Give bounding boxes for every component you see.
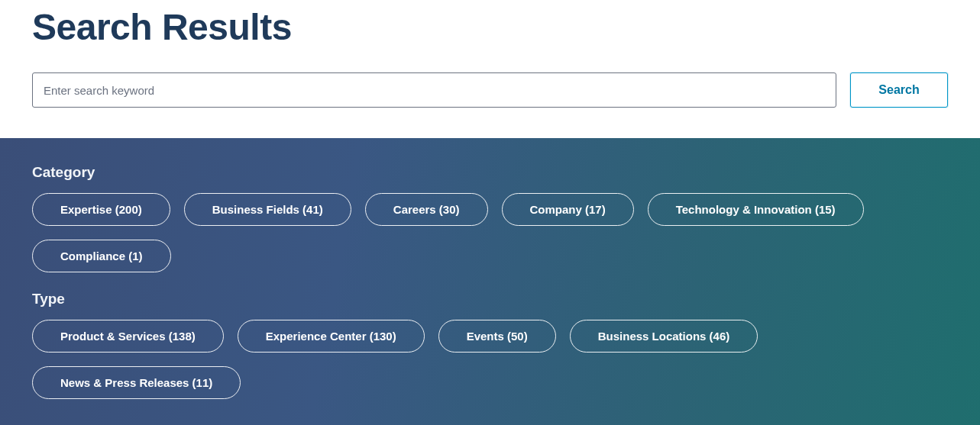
filter-pill-company[interactable]: Company (17) xyxy=(502,193,634,226)
filter-pill-events[interactable]: Events (50) xyxy=(438,320,556,353)
filter-pill-compliance[interactable]: Compliance (1) xyxy=(32,240,171,272)
filter-pill-business-fields[interactable]: Business Fields (41) xyxy=(184,193,351,226)
filter-pill-news-press-releases[interactable]: News & Press Releases (11) xyxy=(32,366,241,399)
filter-pill-technology-innovation[interactable]: Technology & Innovation (15) xyxy=(648,193,864,226)
filter-group-category: Category Expertise (200) Business Fields… xyxy=(32,164,948,272)
search-row: Search xyxy=(32,72,948,108)
page-title: Search Results xyxy=(32,6,948,48)
filter-pill-expertise[interactable]: Expertise (200) xyxy=(32,193,170,226)
filter-pill-business-locations[interactable]: Business Locations (46) xyxy=(570,320,758,353)
filter-pill-experience-center[interactable]: Experience Center (130) xyxy=(238,320,425,353)
filter-group-type: Type Product & Services (138) Experience… xyxy=(32,291,948,399)
search-button[interactable]: Search xyxy=(850,72,948,108)
search-input[interactable] xyxy=(32,72,836,108)
category-pill-row: Expertise (200) Business Fields (41) Car… xyxy=(32,193,948,272)
filter-heading-category: Category xyxy=(32,164,948,181)
filter-pill-careers[interactable]: Careers (30) xyxy=(365,193,488,226)
filters-section: Category Expertise (200) Business Fields… xyxy=(0,138,980,425)
type-pill-row: Product & Services (138) Experience Cent… xyxy=(32,320,948,399)
filter-heading-type: Type xyxy=(32,291,948,307)
filter-pill-product-services[interactable]: Product & Services (138) xyxy=(32,320,224,353)
search-header-section: Search Results Search xyxy=(0,6,980,138)
